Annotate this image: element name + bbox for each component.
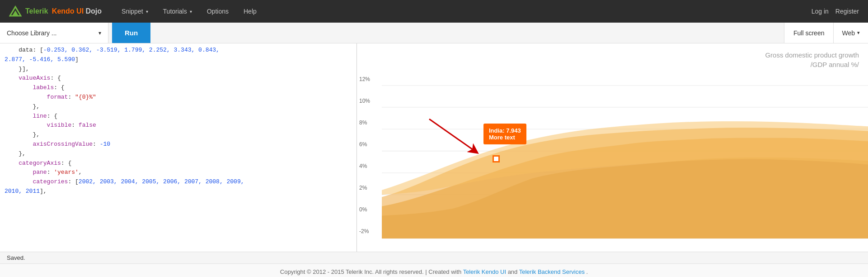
run-button[interactable]: Run xyxy=(112,23,150,43)
login-link[interactable]: Log in xyxy=(812,8,829,15)
nav-left: Telerik Kendo UI Dojo Snippet ▾ Tutorial… xyxy=(9,4,263,19)
code-line: pane: 'years', xyxy=(0,168,357,177)
nav-snippet[interactable]: Snippet ▾ xyxy=(115,4,154,19)
code-line: valueAxis: { xyxy=(0,74,357,83)
library-dropdown-chevron-icon: ▾ xyxy=(99,30,101,36)
code-line: axisCrossingValue: -10 xyxy=(0,140,357,149)
main-content: data: [-0.253, 0.362, -3.519, 1.799, 2.2… xyxy=(0,43,868,252)
tooltip-line2: More text xyxy=(489,134,521,141)
library-dropdown[interactable]: Choose Library ... ▾ xyxy=(0,23,108,43)
tooltip-box: India: 7.943 More text xyxy=(483,124,526,144)
code-editor: data: [-0.253, 0.362, -3.519, 1.799, 2.2… xyxy=(0,43,357,252)
register-link[interactable]: Register xyxy=(835,8,859,15)
tooltip-arrow-svg xyxy=(420,115,493,160)
preview-panel: Gross domestic product growth /GDP annua… xyxy=(357,43,868,252)
nav-help[interactable]: Help xyxy=(237,4,263,19)
code-line: }, xyxy=(0,130,357,140)
code-line: line: { xyxy=(0,112,357,121)
code-line: }, xyxy=(0,102,357,112)
code-editor-inner[interactable]: data: [-0.253, 0.362, -3.519, 1.799, 2.2… xyxy=(0,43,357,252)
tooltip-line1: India: 7.943 xyxy=(489,127,521,134)
toolbar-right: Full screen Web ▾ xyxy=(784,23,868,43)
footer-text: Copyright © 2012 - 2015 Telerik Inc. All… xyxy=(280,268,463,275)
footer-and: and xyxy=(508,268,519,275)
footer-link-kendo[interactable]: Telerik Kendo UI xyxy=(463,268,506,275)
fullscreen-button[interactable]: Full screen xyxy=(784,23,833,43)
nav-options[interactable]: Options xyxy=(201,4,235,19)
web-chevron-icon: ▾ xyxy=(857,30,860,36)
logo: Telerik Kendo UI Dojo xyxy=(9,5,102,18)
toolbar-left: Choose Library ... ▾ Run xyxy=(0,23,150,43)
chart-area: 12% 10% 8% 6% 4% 2% 0% -2% xyxy=(357,72,868,244)
snippet-chevron-icon: ▾ xyxy=(146,9,148,14)
web-button[interactable]: Web ▾ xyxy=(833,23,868,43)
svg-line-10 xyxy=(429,119,474,151)
status-message: Saved. xyxy=(7,254,25,261)
nav-menu: Snippet ▾ Tutorials ▾ Options Help xyxy=(115,4,263,19)
code-line: }], xyxy=(0,65,357,74)
telerik-logo-icon xyxy=(9,5,22,18)
status-bar: Saved. xyxy=(0,252,868,263)
nav-tutorials[interactable]: Tutorials ▾ xyxy=(157,4,198,19)
library-dropdown-label: Choose Library ... xyxy=(7,29,57,37)
code-line: format: "{0}%" xyxy=(0,93,357,102)
footer-period: . xyxy=(586,268,588,275)
chart-title: Gross domestic product growth /GDP annua… xyxy=(357,43,868,72)
brand-name: Telerik Kendo UI Dojo xyxy=(25,7,102,15)
top-navigation: Telerik Kendo UI Dojo Snippet ▾ Tutorial… xyxy=(0,0,868,23)
footer-link-backend[interactable]: Telerik Backend Services xyxy=(519,268,585,275)
code-line: categories: [2002, 2003, 2004, 2005, 200… xyxy=(0,177,357,187)
code-line: 2.877, -5.416, 5.590] xyxy=(0,55,357,65)
code-line: categoryAxis: { xyxy=(0,159,357,168)
code-line: 2010, 2011], xyxy=(0,187,357,196)
code-line: visible: false xyxy=(0,121,357,130)
code-line: }, xyxy=(0,149,357,159)
data-point-marker xyxy=(493,155,500,162)
toolbar: Choose Library ... ▾ Run Full screen Web… xyxy=(0,23,868,43)
code-line: data: [-0.253, 0.362, -3.519, 1.799, 2.2… xyxy=(0,46,357,55)
y-axis-labels: 12% 10% 8% 6% 4% 2% 0% -2% xyxy=(359,72,370,244)
footer: Copyright © 2012 - 2015 Telerik Inc. All… xyxy=(0,263,868,277)
code-line: labels: { xyxy=(0,83,357,93)
tutorials-chevron-icon: ▾ xyxy=(190,9,192,14)
nav-right: Log in Register xyxy=(812,8,859,15)
